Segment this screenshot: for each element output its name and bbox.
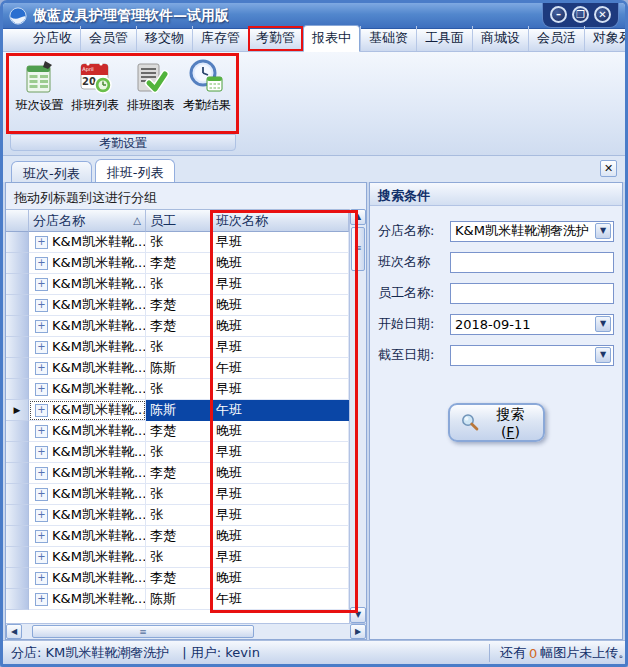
header-branch[interactable]: 分店名称 △	[29, 210, 146, 232]
shift-cell[interactable]: 晚班	[212, 463, 349, 484]
employee-cell[interactable]: 陈斯	[146, 400, 212, 421]
table-row[interactable]: +K&M凯米鞋靴...张早班	[6, 232, 349, 253]
expand-icon[interactable]: +	[35, 278, 48, 291]
table-row[interactable]: +K&M凯米鞋靴...李楚晚班	[6, 568, 349, 589]
ribbon-tab-member-activity[interactable]: 会员活	[528, 26, 584, 51]
header-shift[interactable]: 班次名称	[212, 210, 349, 232]
horizontal-scrollbar[interactable]: ◀ ≡ ▶	[6, 623, 366, 639]
scroll-down-icon[interactable]: ▼	[350, 607, 366, 623]
expand-icon[interactable]: +	[35, 467, 48, 480]
chevron-down-icon[interactable]: ▼	[595, 223, 611, 239]
branch-cell[interactable]: +K&M凯米鞋靴...	[29, 295, 146, 316]
table-row[interactable]: +K&M凯米鞋靴...李楚晚班	[6, 295, 349, 316]
table-row[interactable]: +K&M凯米鞋靴...李楚晚班	[6, 316, 349, 337]
close-button[interactable]: ✕	[594, 6, 611, 23]
shift-cell[interactable]: 晚班	[212, 316, 349, 337]
expand-icon[interactable]: +	[35, 404, 48, 417]
employee-cell[interactable]: 张	[146, 337, 212, 358]
header-employee[interactable]: 员工	[146, 210, 212, 232]
shift-cell[interactable]: 午班	[212, 400, 349, 421]
expand-icon[interactable]: +	[35, 446, 48, 459]
attendance-result-button[interactable]: 考勤结果	[179, 56, 234, 131]
branch-cell[interactable]: +K&M凯米鞋靴...	[29, 274, 146, 295]
expand-icon[interactable]: +	[35, 572, 48, 585]
expand-icon[interactable]: +	[35, 257, 48, 270]
employee-cell[interactable]: 张	[146, 547, 212, 568]
tab-schedule-list[interactable]: 排班-列表	[95, 159, 176, 182]
expand-icon[interactable]: +	[35, 551, 48, 564]
branch-cell[interactable]: +K&M凯米鞋靴...	[29, 463, 146, 484]
branch-cell[interactable]: +K&M凯米鞋靴...	[29, 232, 146, 253]
ribbon-tab-members[interactable]: 会员管	[80, 26, 136, 51]
table-row[interactable]: ▶+K&M凯米鞋靴...陈斯午班	[6, 400, 349, 421]
shift-cell[interactable]: 早班	[212, 379, 349, 400]
ribbon-tab-object-list[interactable]: 对象列	[584, 26, 628, 51]
ribbon-tab-attendance[interactable]: 考勤管	[248, 26, 303, 51]
shift-cell[interactable]: 早班	[212, 505, 349, 526]
table-row[interactable]: +K&M凯米鞋靴...李楚晚班	[6, 526, 349, 547]
scroll-left-icon[interactable]: ◀	[6, 624, 22, 639]
table-row[interactable]: +K&M凯米鞋靴...李楚晚班	[6, 253, 349, 274]
employee-cell[interactable]: 陈斯	[146, 358, 212, 379]
table-row[interactable]: +K&M凯米鞋靴...张早班	[6, 442, 349, 463]
vertical-scrollbar[interactable]: ▲ ≡ ▼	[349, 209, 366, 623]
shift-cell[interactable]: 早班	[212, 484, 349, 505]
shift-cell[interactable]: 早班	[212, 442, 349, 463]
employee-cell[interactable]: 李楚	[146, 568, 212, 589]
table-row[interactable]: +K&M凯米鞋靴...张早班	[6, 379, 349, 400]
table-row[interactable]: +K&M凯米鞋靴...陈斯午班	[6, 589, 349, 610]
shift-cell[interactable]: 午班	[212, 358, 349, 379]
shift-setup-button[interactable]: 班次设置	[12, 56, 67, 131]
table-row[interactable]: +K&M凯米鞋靴...李楚晚班	[6, 421, 349, 442]
employee-cell[interactable]: 李楚	[146, 295, 212, 316]
horizontal-scroll-thumb[interactable]: ≡	[32, 625, 254, 638]
schedule-list-button[interactable]: April 20 排班列表	[68, 56, 123, 131]
expand-icon[interactable]: +	[35, 299, 48, 312]
branch-cell[interactable]: +K&M凯米鞋靴...	[29, 505, 146, 526]
ribbon-tab-transfer[interactable]: 移交物	[136, 26, 192, 51]
schedule-chart-button[interactable]: 排班图表	[124, 56, 179, 131]
table-row[interactable]: +K&M凯米鞋靴...张早班	[6, 505, 349, 526]
expand-icon[interactable]: +	[35, 488, 48, 501]
start-date-picker[interactable]: 2018-09-11 ▼	[450, 314, 614, 335]
scroll-up-icon[interactable]: ▲	[350, 209, 366, 225]
table-row[interactable]: +K&M凯米鞋靴...李楚晚班	[6, 463, 349, 484]
ribbon-tab-branch-revenue[interactable]: 分店收	[25, 26, 80, 51]
branch-cell[interactable]: +K&M凯米鞋靴...	[29, 379, 146, 400]
employee-cell[interactable]: 张	[146, 484, 212, 505]
branch-cell[interactable]: +K&M凯米鞋靴...	[29, 421, 146, 442]
employee-cell[interactable]: 李楚	[146, 421, 212, 442]
ribbon-tab-reports[interactable]: 报表中	[303, 25, 360, 52]
branch-cell[interactable]: +K&M凯米鞋靴...	[29, 337, 146, 358]
shift-name-input[interactable]	[455, 253, 611, 272]
expand-icon[interactable]: +	[35, 320, 48, 333]
chevron-down-icon[interactable]: ▼	[595, 347, 611, 363]
employee-cell[interactable]: 李楚	[146, 526, 212, 547]
expand-icon[interactable]: +	[35, 236, 48, 249]
employee-cell[interactable]: 李楚	[146, 463, 212, 484]
shift-cell[interactable]: 晚班	[212, 253, 349, 274]
tab-shift-list[interactable]: 班次-列表	[11, 161, 92, 182]
expand-icon[interactable]: +	[35, 530, 48, 543]
table-row[interactable]: +K&M凯米鞋靴...张早班	[6, 337, 349, 358]
shift-cell[interactable]: 早班	[212, 232, 349, 253]
shift-cell[interactable]: 早班	[212, 337, 349, 358]
ribbon-tab-tools[interactable]: 工具面	[416, 26, 472, 51]
expand-icon[interactable]: +	[35, 593, 48, 606]
maximize-button[interactable]: ❐	[572, 6, 589, 23]
shift-cell[interactable]: 晚班	[212, 421, 349, 442]
minimize-button[interactable]: –	[550, 6, 567, 23]
shift-cell[interactable]: 晚班	[212, 568, 349, 589]
employee-cell[interactable]: 张	[146, 232, 212, 253]
branch-cell[interactable]: +K&M凯米鞋靴...	[29, 358, 146, 379]
ribbon-tab-inventory[interactable]: 库存管	[192, 26, 248, 51]
expand-icon[interactable]: +	[35, 383, 48, 396]
search-button[interactable]: 搜索(F)	[448, 403, 545, 442]
branch-cell[interactable]: +K&M凯米鞋靴...	[29, 568, 146, 589]
vertical-scroll-thumb[interactable]: ≡	[351, 227, 365, 271]
table-row[interactable]: +K&M凯米鞋靴...张早班	[6, 484, 349, 505]
employee-cell[interactable]: 张	[146, 505, 212, 526]
branch-cell[interactable]: +K&M凯米鞋靴...	[29, 589, 146, 610]
employee-cell[interactable]: 李楚	[146, 253, 212, 274]
expand-icon[interactable]: +	[35, 425, 48, 438]
